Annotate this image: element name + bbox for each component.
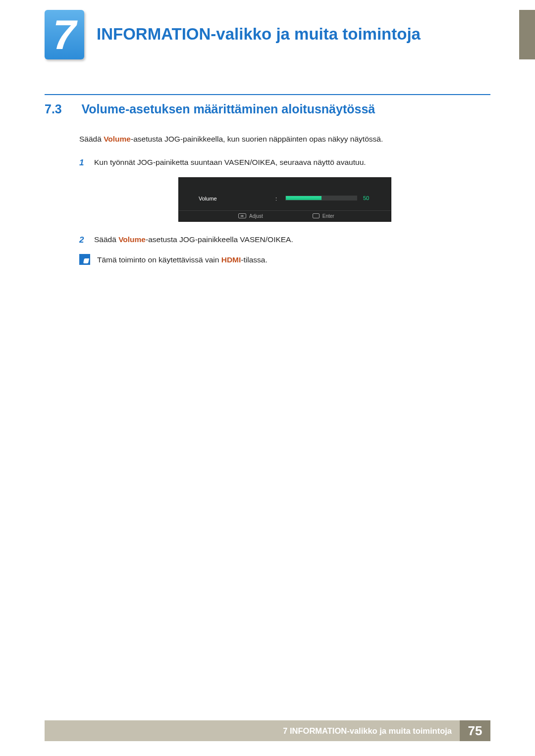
footer-chapter-label: 7 INFORMATION-valikko ja muita toimintoj…: [45, 720, 460, 741]
content-area: 7.3 Volume-asetuksen määrittäminen aloit…: [45, 94, 490, 266]
chapter-title: INFORMATION-valikko ja muita toimintoja: [97, 25, 421, 44]
intro-text: Säädä Volume-asetusta JOG-painikkeella, …: [79, 133, 490, 145]
section-body: Säädä Volume-asetusta JOG-painikkeella, …: [79, 133, 490, 266]
step2-highlight: Volume: [118, 235, 146, 244]
enter-icon: [313, 213, 320, 218]
osd-enter-hint: Enter: [313, 212, 334, 220]
note-icon: [79, 254, 90, 265]
osd-enter-label: Enter: [322, 212, 334, 220]
osd-volume-label: Volume: [199, 195, 217, 203]
step-text: Säädä Volume-asetusta JOG-painikkeella V…: [94, 234, 490, 247]
note-pre: Tämä toiminto on käytettävissä vain: [97, 255, 221, 264]
osd-adjust-hint: ◂▸ Adjust: [238, 212, 263, 220]
step-1: 1 Kun työnnät JOG-painiketta suuntaan VA…: [79, 156, 490, 169]
note-text: Tämä toiminto on käytettävissä vain HDMI…: [97, 254, 268, 265]
intro-highlight: Volume: [104, 135, 131, 143]
osd-screenshot: Volume : 50 ◂▸ Adjust Enter: [178, 177, 391, 222]
step-number: 2: [79, 234, 87, 247]
section-number: 7.3: [45, 102, 79, 116]
note-highlight: HDMI: [221, 255, 241, 264]
osd-adjust-label: Adjust: [249, 212, 263, 220]
step-text: Kun työnnät JOG-painiketta suuntaan VASE…: [94, 156, 490, 169]
osd-colon: :: [275, 195, 277, 203]
section-header: 7.3 Volume-asetuksen määrittäminen aloit…: [45, 94, 490, 116]
step2-pre: Säädä: [94, 235, 118, 244]
osd-volume-bar: [285, 196, 357, 201]
page-footer: 7 INFORMATION-valikko ja muita toimintoj…: [45, 720, 490, 741]
intro-post: -asetusta JOG-painikkeella, kun suorien …: [131, 135, 383, 143]
step-2: 2 Säädä Volume-asetusta JOG-painikkeella…: [79, 234, 490, 247]
page-header: 7 INFORMATION-valikko ja muita toimintoj…: [0, 0, 535, 64]
note: Tämä toiminto on käytettävissä vain HDMI…: [79, 254, 490, 265]
adjust-icon: ◂▸: [238, 213, 246, 218]
osd-footer: ◂▸ Adjust Enter: [179, 210, 391, 221]
note-post: -tilassa.: [241, 255, 267, 264]
osd-volume-fill: [286, 196, 321, 200]
section-title: Volume-asetuksen määrittäminen aloitusnä…: [81, 102, 375, 116]
step2-post: -asetusta JOG-painikkeella VASEN/OIKEA.: [146, 235, 293, 244]
chapter-number-badge: 7: [45, 10, 84, 59]
osd-volume-value: 50: [363, 194, 369, 202]
intro-pre: Säädä: [79, 135, 104, 143]
footer-page-number: 75: [460, 720, 490, 741]
step-number: 1: [79, 156, 87, 169]
